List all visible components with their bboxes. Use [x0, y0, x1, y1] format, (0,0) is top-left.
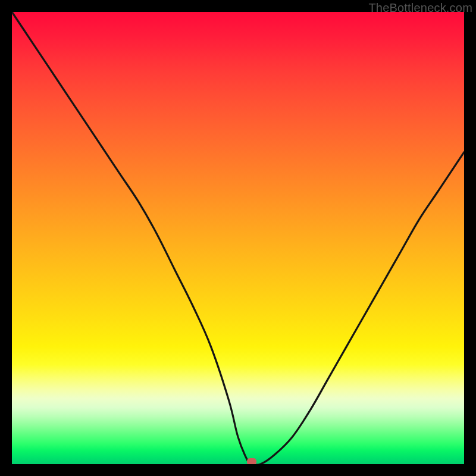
optimal-marker [247, 458, 256, 464]
plot-area [12, 12, 464, 464]
curve-svg [12, 12, 464, 464]
bottleneck-curve [12, 12, 464, 464]
chart-stage: TheBottleneck.com [0, 0, 476, 476]
watermark-text: TheBottleneck.com [368, 1, 472, 15]
